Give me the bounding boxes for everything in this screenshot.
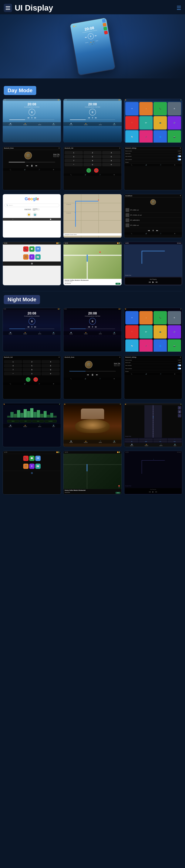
night-app-5[interactable]: 📍	[125, 325, 139, 339]
night-toggle-auto-connect[interactable]	[178, 368, 181, 370]
func-3[interactable]: JAZZ	[32, 420, 44, 423]
night-carplay-news[interactable]: 📰	[35, 464, 41, 469]
nav-ctrl-3[interactable]: ←	[153, 438, 167, 440]
compass-btn[interactable]: ◎	[178, 410, 181, 413]
go-button[interactable]: GO	[115, 283, 120, 285]
carplay-home-icon[interactable]: ⊞	[31, 262, 33, 265]
night-app-7[interactable]: 📺	[154, 325, 167, 339]
func-2[interactable]: POP	[20, 420, 31, 423]
night-app-8[interactable]: 🔊	[168, 325, 181, 339]
carplay-news[interactable]: 📰	[35, 254, 41, 259]
night-notplaying-play[interactable]: ▶	[152, 491, 154, 493]
hangup-btn[interactable]: 📵	[94, 168, 99, 173]
toggle-auto-answer[interactable]	[178, 155, 181, 157]
func-4[interactable]: CLASSIC	[45, 420, 56, 423]
zoom-out-btn[interactable]: −	[178, 414, 181, 417]
song-item-1[interactable]: 华平_好朋友.mp3	[125, 208, 181, 213]
night-dial-8[interactable]: 8	[23, 368, 41, 371]
carplay-podcast[interactable]: 🎙	[29, 254, 34, 259]
night-dial-9[interactable]: 9	[42, 368, 60, 371]
night-dial-5[interactable]: 5	[23, 364, 41, 367]
night-app-3[interactable]: 📞	[154, 311, 167, 324]
night-app-4[interactable]: ⚙	[168, 311, 181, 324]
zoom-in-btn[interactable]: +	[178, 406, 181, 409]
nav-ctrl-1[interactable]: ↑	[125, 438, 139, 440]
carplay-music[interactable]: 🎵	[23, 254, 28, 259]
play-btn-2[interactable]: ⏸	[91, 117, 94, 119]
dial-4[interactable]: 4	[64, 155, 83, 158]
func-1[interactable]: ROCK	[7, 420, 19, 423]
night-carplay-phone[interactable]: 📞	[23, 456, 28, 461]
social-next[interactable]: ⏭	[156, 229, 158, 231]
prev-btn-1[interactable]: ⏮	[28, 117, 29, 119]
night-bt-next[interactable]: ⏭	[96, 374, 98, 376]
next-btn-1[interactable]: ⏭	[34, 117, 36, 119]
hero-play-btn[interactable]: ⏸	[87, 33, 94, 40]
night-go-button[interactable]: GO	[115, 492, 120, 494]
night-prev-1[interactable]: ⏮	[28, 326, 29, 328]
carplay-messages[interactable]: 💬	[29, 246, 34, 252]
nav-ctrl-7[interactable]: POI	[153, 441, 167, 442]
night-dial-2[interactable]: 2	[23, 360, 41, 364]
dial-hash[interactable]: #	[102, 163, 120, 166]
app-icon-phone[interactable]: 📞	[154, 102, 167, 115]
dial-5[interactable]: 5	[83, 155, 102, 158]
bt-prev[interactable]: ⏮	[26, 164, 28, 167]
app-icon-6[interactable]: 🎵	[139, 130, 153, 143]
night-next-2[interactable]: ⏭	[95, 326, 97, 328]
night-dial-1[interactable]: 1	[4, 360, 22, 364]
app-icon-8[interactable]: 📷	[168, 130, 181, 143]
night-carplay-music[interactable]: 🎵	[23, 464, 28, 469]
play-btn-1[interactable]: ⏸	[31, 117, 33, 119]
night-hangup-btn[interactable]: 📵	[33, 377, 38, 382]
dial-1[interactable]: 1	[64, 151, 83, 154]
night-dial-hash[interactable]: #	[42, 372, 60, 375]
nav-ctrl-5[interactable]: 3D	[125, 441, 139, 442]
night-play-btn-1[interactable]: ⏸	[31, 326, 33, 328]
dial-0[interactable]: 0	[83, 163, 102, 166]
prev-btn-2[interactable]: ⏮	[88, 117, 90, 119]
night-app-9[interactable]: 📡	[125, 339, 139, 351]
night-bt-play[interactable]: ⏸	[91, 373, 94, 376]
dial-8[interactable]: 8	[83, 159, 102, 162]
night-app-2[interactable]: ♪	[139, 311, 153, 324]
google-search-btn[interactable]: Google Search	[24, 209, 31, 210]
night-notplaying-prev[interactable]: ⏮	[149, 491, 151, 493]
night-carplay-messages[interactable]: 💬	[29, 456, 34, 461]
song-item-4[interactable]: 华平_好朋友.mp3	[125, 223, 181, 228]
dial-3[interactable]: 3	[102, 151, 120, 154]
dial-9[interactable]: 9	[102, 159, 120, 162]
nav-ctrl-2[interactable]: ↓	[139, 438, 153, 440]
song-item-3[interactable]: 华平_如果你也听过	[125, 218, 181, 223]
lucky-btn[interactable]: I'm Feeling Lucky	[33, 209, 39, 210]
night-carplay-maps[interactable]: 🗺	[35, 456, 41, 461]
carplay-maps[interactable]: 🗺	[35, 246, 41, 252]
night-app-1[interactable]: ✈	[125, 311, 139, 324]
night-app-bt[interactable]: BT	[139, 325, 153, 339]
night-dial-0[interactable]: 0	[23, 372, 41, 375]
dial-6[interactable]: 6	[102, 155, 120, 158]
night-dial-star[interactable]: *	[4, 372, 22, 375]
menu-icon[interactable]	[4, 4, 12, 12]
dial-7[interactable]: 7	[64, 159, 83, 162]
night-carplay-home-icon[interactable]: ⊞	[31, 472, 33, 474]
social-play[interactable]: ⏸	[152, 229, 154, 231]
dial-2[interactable]: 2	[83, 151, 102, 154]
night-dial-7[interactable]: 7	[4, 368, 22, 371]
night-app-10[interactable]: 🎵	[139, 339, 153, 351]
night-play-2[interactable]: ⏸	[89, 318, 96, 324]
day-play-circle-2[interactable]: ⏸	[89, 109, 96, 116]
night-app-12[interactable]: 📷	[168, 339, 181, 351]
app-icon-settings[interactable]: ⚙	[168, 102, 181, 115]
social-prev[interactable]: ⏮	[148, 229, 150, 231]
notplaying-prev[interactable]: ⏮	[149, 281, 151, 283]
day-play-circle-1[interactable]: ⏸	[28, 109, 35, 116]
night-app-11[interactable]: 🌐	[154, 339, 167, 351]
night-play-btn-2[interactable]: ⏸	[91, 326, 94, 328]
notplaying-play[interactable]: ▶	[152, 281, 154, 283]
nav-ctrl-6[interactable]: MAP	[139, 441, 153, 442]
bt-play[interactable]: ⏸	[31, 164, 33, 167]
app-icon-4[interactable]: 🔊	[168, 116, 181, 129]
bt-next[interactable]: ⏭	[35, 164, 37, 167]
dial-star[interactable]: *	[64, 163, 83, 166]
